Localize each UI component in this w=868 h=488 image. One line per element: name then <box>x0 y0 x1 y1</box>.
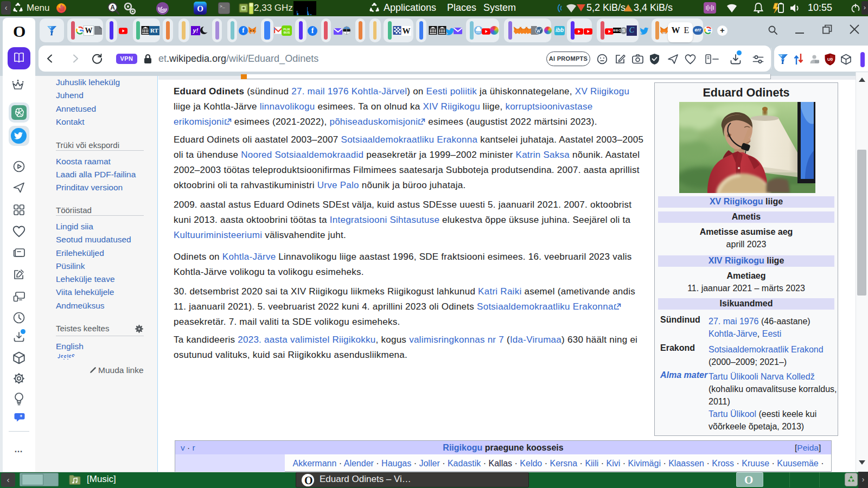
svg-text:A: A <box>110 4 115 11</box>
svg-text:O: O <box>197 4 203 13</box>
svg-text:>_: >_ <box>220 4 225 9</box>
svg-text:U0: U0 <box>827 57 833 62</box>
